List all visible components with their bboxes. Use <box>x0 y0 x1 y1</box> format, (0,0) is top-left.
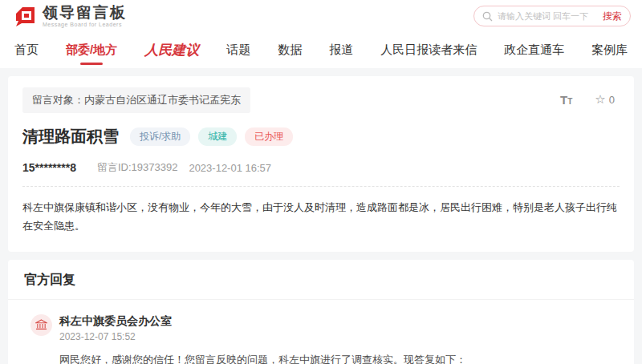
nav-item-gov-business[interactable]: 政企直通车 <box>504 32 564 68</box>
search-button[interactable]: 搜索 <box>603 10 622 23</box>
favorite-count: 0 <box>609 94 615 106</box>
tag-status-handled: 已办理 <box>245 127 293 146</box>
reply-date: 2023-12-07 15:52 <box>59 331 172 342</box>
nav-item-people-suggestions[interactable]: 人民建议 <box>144 32 199 68</box>
star-icon: ☆ <box>595 92 605 107</box>
main-nav: 首页 部委/地方 人民建议 话题 数据 报道 人民日报读者来信 政企直通车 案例… <box>0 32 642 68</box>
reply-author-name: 科左中旗委员会办公室 <box>59 314 172 328</box>
message-card: 留言对象：内蒙古自治区通辽市委书记孟宪东 TT ☆ 0 清理路面积雪 投诉/求助… <box>8 76 634 252</box>
reply-item: 科左中旗委员会办公室 2023-12-07 15:52 网民您好，感谢您的信任！… <box>8 300 634 364</box>
tag-complaint-help: 投诉/求助 <box>130 127 190 146</box>
search-box[interactable]: 搜索 <box>473 6 631 26</box>
message-body: 科左中旗保康镇和谐小区，没有物业，今年的大雪，由于没人及时清理，造成路面都是冰，… <box>22 198 620 236</box>
search-icon <box>482 11 493 22</box>
nav-item-topics[interactable]: 话题 <box>226 32 250 68</box>
nav-item-reader-letters[interactable]: 人民日报读者来信 <box>380 32 477 68</box>
avatar <box>30 314 52 336</box>
message-title: 清理路面积雪 <box>22 126 119 148</box>
message-id: 留言ID:19373392 <box>97 160 177 175</box>
nav-item-case-library[interactable]: 案例库 <box>591 32 628 68</box>
message-user: 15********8 <box>22 161 76 174</box>
reply-section-title: 官方回复 <box>8 260 634 300</box>
message-target-chip: 留言对象：内蒙古自治区通辽市委书记孟宪东 <box>22 87 250 113</box>
site-header: 领导留言板 Message Board for Leaders 搜索 <box>0 0 642 32</box>
reply-body: 网民您好，感谢您的信任！您留言反映的问题，科左中旗进行了调查核实。现答复如下： … <box>59 350 607 364</box>
logo-subtitle: Message Board for Leaders <box>43 22 127 27</box>
government-building-icon <box>35 319 47 331</box>
nav-item-data[interactable]: 数据 <box>278 32 302 68</box>
nav-item-ministries-local[interactable]: 部委/地方 <box>66 32 117 68</box>
nav-item-home[interactable]: 首页 <box>14 32 39 68</box>
site-logo[interactable]: 领导留言板 Message Board for Leaders <box>14 5 127 27</box>
official-reply-card: 官方回复 科左中旗委员会办公室 2023-12-07 15:52 网民您好，感谢… <box>8 260 634 364</box>
message-date: 2023-12-01 16:57 <box>189 162 271 174</box>
favorite-button[interactable]: ☆ 0 <box>595 92 615 107</box>
font-size-icon[interactable]: TT <box>560 93 572 107</box>
logo-icon <box>14 6 36 27</box>
search-input[interactable] <box>498 11 603 21</box>
tag-urban-construction: 城建 <box>198 127 237 146</box>
logo-title: 领导留言板 <box>43 5 127 20</box>
reply-paragraph-1: 网民您好，感谢您的信任！您留言反映的问题，科左中旗进行了调查核实。现答复如下： <box>59 350 607 364</box>
nav-item-reports[interactable]: 报道 <box>329 32 353 68</box>
